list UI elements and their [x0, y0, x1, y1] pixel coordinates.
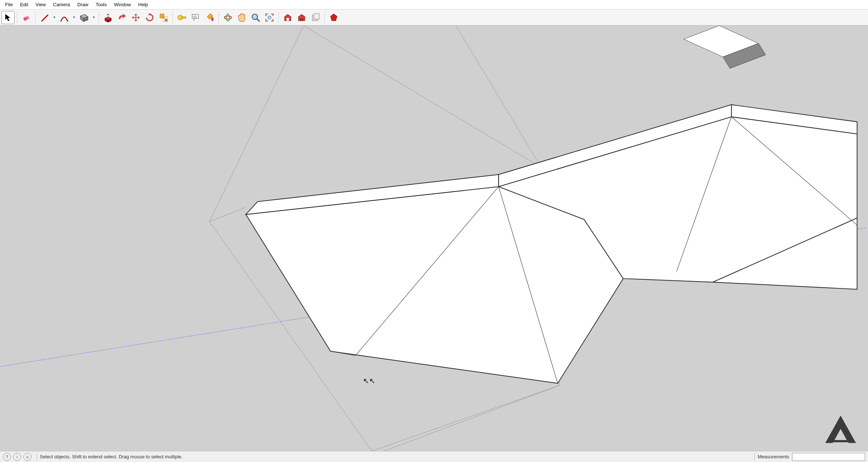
toolbar-separator	[35, 12, 36, 23]
user-icon[interactable]: ☺	[23, 453, 31, 461]
bucket-icon	[205, 13, 214, 22]
svg-line-26	[210, 207, 246, 221]
toolbar-separator	[278, 12, 279, 23]
move-icon	[131, 13, 141, 22]
toolbar-separator	[218, 12, 219, 23]
scale-tool[interactable]	[157, 11, 170, 24]
menu-help[interactable]: Help	[135, 0, 152, 9]
line-dropdown[interactable]: ▼	[52, 11, 57, 24]
menu-view[interactable]: View	[32, 0, 49, 9]
svg-point-14	[268, 16, 271, 19]
eraser-tool[interactable]	[20, 11, 33, 24]
zoom-tool[interactable]	[249, 11, 262, 24]
status-separator	[754, 454, 755, 460]
arc-icon	[60, 13, 69, 22]
arc-tool[interactable]	[58, 11, 71, 24]
warehouse-icon	[283, 13, 292, 22]
menu-file[interactable]: File	[1, 0, 16, 9]
info-icon[interactable]: i	[13, 453, 21, 461]
warehouse-tool[interactable]	[281, 11, 294, 24]
text-tool[interactable]: A1	[189, 11, 202, 24]
eraser-icon	[22, 13, 31, 22]
svg-rect-17	[314, 14, 320, 19]
hand-icon	[237, 13, 246, 22]
svg-line-21	[372, 386, 559, 451]
paint-bucket-tool[interactable]	[203, 11, 216, 24]
rectangle-tool[interactable]	[77, 11, 91, 24]
tape-icon	[177, 13, 187, 22]
toolbar-separator	[99, 12, 99, 23]
pushpull-tool[interactable]	[102, 11, 115, 24]
measurements-input[interactable]	[792, 453, 865, 461]
select-tool[interactable]	[1, 11, 15, 24]
watermark-logo	[821, 414, 861, 447]
svg-point-3	[67, 20, 68, 21]
scale-icon	[159, 13, 168, 22]
rotate-icon	[145, 13, 154, 22]
svg-rect-15	[287, 18, 289, 21]
svg-point-11	[224, 16, 232, 19]
menu-edit[interactable]: Edit	[16, 0, 32, 9]
move-tool[interactable]	[129, 11, 142, 24]
menu-window[interactable]: Window	[110, 0, 134, 9]
svg-rect-7	[182, 16, 186, 18]
toolbar-separator	[172, 12, 173, 23]
pencil-icon	[40, 13, 49, 22]
rotate-tool[interactable]	[143, 11, 156, 24]
rectangle-dropdown[interactable]: ▼	[91, 11, 96, 24]
offset-tool[interactable]	[115, 11, 129, 24]
orbit-tool[interactable]	[221, 11, 234, 24]
menu-camera[interactable]: Camera	[49, 0, 73, 9]
cursor-icon: ↖↖	[363, 376, 375, 385]
svg-text:A1: A1	[193, 15, 197, 18]
status-separator	[37, 454, 37, 460]
help-icon[interactable]: ?	[3, 453, 11, 461]
svg-line-27	[384, 386, 559, 451]
arc-dropdown[interactable]: ▼	[72, 11, 77, 24]
ruby-tool[interactable]	[327, 11, 340, 24]
svg-line-24	[456, 26, 541, 167]
svg-point-10	[211, 17, 214, 21]
share-tool[interactable]	[309, 11, 322, 24]
components-icon	[297, 13, 306, 22]
status-bar: ? i ☺ Select objects. Shift to extend se…	[0, 451, 868, 462]
measurements-label: Measurements	[758, 454, 789, 459]
pan-tool[interactable]	[235, 11, 248, 24]
model-svg	[0, 26, 868, 451]
zoom-extents-tool[interactable]	[263, 11, 276, 24]
text-icon: A1	[191, 13, 200, 22]
ruby-icon	[329, 13, 339, 22]
svg-line-25	[303, 26, 541, 167]
svg-line-19	[210, 26, 303, 221]
line-tool[interactable]	[38, 11, 51, 24]
tape-measure-tool[interactable]	[175, 11, 188, 24]
svg-point-13	[252, 14, 257, 19]
rectangle-icon	[79, 13, 89, 22]
svg-rect-4	[160, 14, 164, 18]
zoom-extents-icon	[265, 13, 274, 22]
toolbar: ▼ ▼ ▼ A1	[0, 10, 868, 26]
menu-draw[interactable]: Draw	[74, 0, 92, 9]
menu-bar: File Edit View Camera Draw Tools Window …	[0, 0, 868, 10]
components-tool[interactable]	[295, 11, 308, 24]
share-icon	[311, 13, 320, 22]
zoom-icon	[251, 13, 260, 22]
toolbar-separator	[324, 12, 325, 23]
viewport-3d[interactable]: ↖↖	[0, 26, 868, 451]
toolbar-separator	[17, 12, 18, 23]
svg-point-2	[60, 20, 62, 21]
svg-point-12	[226, 14, 230, 21]
offset-icon	[117, 13, 127, 22]
status-hint-text: Select objects. Shift to extend select. …	[40, 454, 752, 459]
svg-marker-28	[246, 187, 623, 383]
pushpull-icon	[103, 13, 113, 22]
menu-tools[interactable]: Tools	[92, 0, 110, 9]
orbit-icon	[223, 13, 233, 22]
select-icon	[3, 13, 13, 22]
